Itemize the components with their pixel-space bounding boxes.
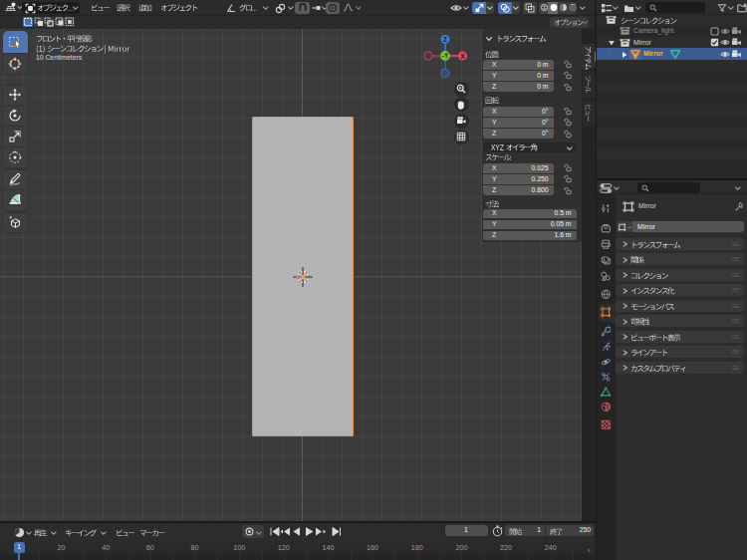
svg-text:-Y: -Y [442,52,449,59]
svg-text:Z: Z [443,36,447,43]
